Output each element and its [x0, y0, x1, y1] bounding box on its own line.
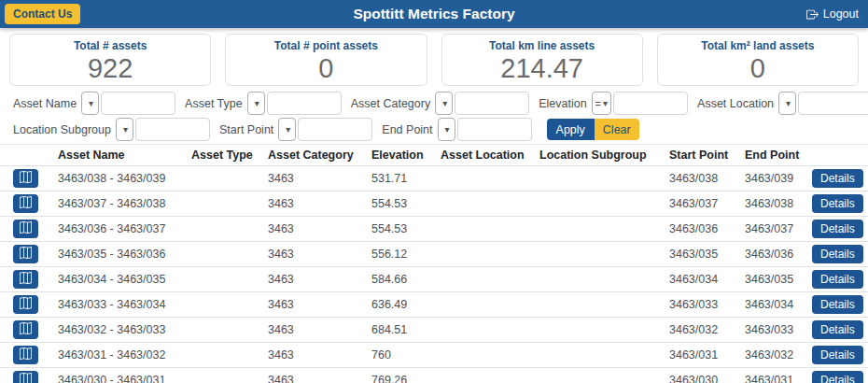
show-on-map-button[interactable]	[13, 245, 38, 263]
elevation-cell: 769.26	[371, 368, 441, 383]
asset-type-cell	[191, 217, 268, 242]
table-row: 3463/034 - 3463/035 3463 584.66 3463/034…	[0, 267, 868, 292]
card-total-assets: Total # assets 922	[9, 34, 211, 86]
details-button[interactable]: Details	[812, 346, 863, 364]
asset-location-cell	[441, 318, 539, 343]
card-label: Total # assets	[10, 39, 210, 52]
asset-location-cell	[441, 343, 539, 368]
asset-name-cell: 3463/033 - 3463/034	[58, 292, 191, 318]
asset-location-cell	[441, 242, 539, 267]
end-point-cell: 3463/038	[745, 192, 812, 217]
details-button[interactable]: Details	[812, 270, 863, 289]
card-value: 0	[226, 52, 426, 84]
metric-cards: Total # assets 922 Total # point assets …	[9, 34, 859, 86]
elevation-cell: 584.66	[371, 267, 441, 292]
show-on-map-button[interactable]	[13, 320, 38, 339]
asset-name-cell: 3463/034 - 3463/035	[58, 267, 191, 292]
asset-type-operator-dropdown[interactable]: ▾	[247, 92, 265, 115]
asset-category-filter-input[interactable]	[455, 92, 529, 115]
asset-name-cell: 3463/031 - 3463/032	[58, 343, 191, 368]
asset-location-cell	[441, 217, 539, 242]
asset-name-filter-input[interactable]	[101, 92, 175, 115]
details-button[interactable]: Details	[812, 194, 863, 213]
filter-end-point: End Point ▾	[382, 118, 531, 141]
filter-asset-category: Asset Category ▾	[351, 92, 529, 115]
filter-label: Asset Location	[697, 97, 774, 110]
table-row: 3463/035 - 3463/036 3463 556.12 3463/035…	[0, 242, 868, 267]
details-button[interactable]: Details	[812, 220, 863, 238]
card-total-km-line-assets: Total km line assets 214.47	[441, 34, 643, 86]
show-on-map-button[interactable]	[13, 295, 38, 314]
show-on-map-button[interactable]	[13, 169, 38, 188]
asset-type-filter-input[interactable]	[267, 92, 342, 115]
asset-name-operator-dropdown[interactable]: ▾	[81, 92, 99, 115]
contact-us-button[interactable]: Contact Us	[5, 4, 80, 24]
clear-button[interactable]: Clear	[595, 119, 639, 140]
logout-button[interactable]: Logout	[806, 7, 859, 21]
filter-label: Asset Category	[351, 97, 430, 110]
asset-location-operator-dropdown[interactable]: ▾	[778, 92, 796, 115]
asset-type-cell	[191, 292, 268, 318]
operator-value: =	[595, 98, 601, 109]
details-button[interactable]: Details	[812, 320, 863, 339]
card-total-km2-land-assets: Total km² land assets 0	[657, 34, 859, 86]
caret-down-icon: ▾	[603, 98, 608, 108]
details-cell: Details	[812, 192, 868, 217]
location-subgroup-cell	[539, 343, 669, 368]
end-point-operator-dropdown[interactable]: ▾	[438, 118, 455, 141]
map-icon	[20, 221, 32, 236]
card-value: 214.47	[442, 52, 642, 84]
show-on-map-button[interactable]	[13, 220, 38, 238]
details-column-header	[812, 145, 868, 166]
end-point-filter-input[interactable]	[457, 118, 532, 141]
details-cell: Details	[812, 343, 868, 368]
show-on-map-button[interactable]	[13, 194, 38, 213]
asset-type-cell	[191, 166, 268, 192]
map-icon	[20, 247, 32, 262]
map-cell	[0, 192, 58, 217]
details-button[interactable]: Details	[812, 245, 863, 263]
asset-type-cell	[191, 242, 268, 267]
asset-category-operator-dropdown[interactable]: ▾	[435, 92, 453, 115]
map-cell	[0, 217, 58, 242]
show-on-map-button[interactable]	[13, 270, 38, 289]
table-row: 3463/033 - 3463/034 3463 636.49 3463/033…	[0, 292, 868, 318]
elevation-operator-dropdown[interactable]: =▾	[592, 92, 611, 115]
card-label: Total # point assets	[226, 39, 426, 52]
start-point-cell: 3463/033	[669, 292, 745, 318]
start-point-operator-dropdown[interactable]: ▾	[278, 118, 296, 141]
show-on-map-button[interactable]	[13, 346, 38, 364]
elevation-cell: 554.53	[371, 192, 441, 217]
elevation-filter-input[interactable]	[613, 92, 688, 115]
elevation-cell: 636.49	[371, 292, 441, 318]
start-point-cell: 3463/030	[669, 368, 745, 383]
asset-category-cell: 3463	[268, 292, 371, 318]
filter-label: Start Point	[219, 123, 273, 136]
end-point-cell: 3463/031	[745, 368, 812, 383]
details-button[interactable]: Details	[812, 371, 863, 383]
column-header: Asset Category	[268, 145, 371, 166]
show-on-map-button[interactable]	[13, 371, 38, 383]
start-point-cell: 3463/036	[669, 217, 745, 242]
location-subgroup-operator-dropdown[interactable]: ▾	[116, 118, 133, 141]
card-label: Total km line assets	[442, 39, 642, 52]
asset-category-cell: 3463	[268, 368, 371, 383]
start-point-filter-input[interactable]	[298, 118, 372, 141]
asset-category-cell: 3463	[268, 318, 371, 343]
end-point-cell: 3463/039	[745, 166, 812, 192]
start-point-cell: 3463/032	[669, 318, 745, 343]
filter-start-point: Start Point ▾	[219, 118, 372, 141]
apply-button[interactable]: Apply	[547, 119, 595, 140]
caret-down-icon: ▾	[255, 98, 259, 108]
asset-name-cell: 3463/036 - 3463/037	[58, 217, 191, 242]
location-subgroup-filter-input[interactable]	[135, 118, 210, 141]
page-title: Spottitt Metrics Factory	[0, 6, 868, 22]
start-point-cell: 3463/035	[669, 242, 745, 267]
asset-location-filter-input[interactable]	[798, 92, 868, 115]
asset-name-cell: 3463/037 - 3463/038	[58, 192, 191, 217]
details-button[interactable]: Details	[812, 169, 863, 188]
details-button[interactable]: Details	[812, 295, 863, 314]
column-header: Asset Name	[58, 145, 191, 166]
table-row: 3463/038 - 3463/039 3463 531.71 3463/038…	[0, 166, 868, 192]
column-header: Asset Type	[191, 145, 268, 166]
